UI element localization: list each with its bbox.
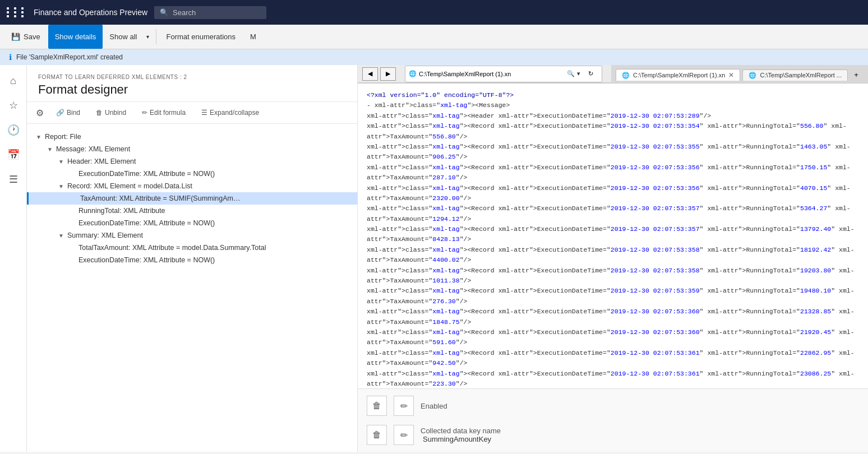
tree-item-report[interactable]: ▼Report: File bbox=[27, 131, 357, 143]
key-delete-button[interactable]: 🗑 bbox=[367, 425, 387, 445]
search-box[interactable]: 🔍 bbox=[154, 6, 266, 19]
tree-item-executionDateTime1[interactable]: ExecutionDateTime: XML Attribute = NOW() bbox=[27, 168, 357, 180]
back-button[interactable]: ◀ bbox=[362, 67, 378, 81]
notification-bar: ℹ File 'SampleXmlReport.xml' created bbox=[0, 49, 868, 65]
forward-button[interactable]: ▶ bbox=[380, 67, 396, 81]
search-icon: 🔍 bbox=[160, 8, 168, 16]
xml-line-2: xml-attr">class="xml-tag"><Record xml-at… bbox=[367, 121, 859, 142]
info-icon: ℹ bbox=[9, 53, 12, 62]
tab-1-close[interactable]: ✕ bbox=[728, 71, 734, 79]
toolbar: 💾 Save Show details Show all ▾ Format en… bbox=[0, 25, 868, 49]
new-tab-button[interactable]: + bbox=[850, 69, 862, 81]
tree-item-totalTaxAmount[interactable]: TotalTaxAmount: XML Attribute = model.Da… bbox=[27, 242, 357, 254]
edit-icon: ✏ bbox=[142, 109, 147, 117]
notification-message: File 'SampleXmlReport.xml' created bbox=[16, 53, 123, 61]
browser-tab-1[interactable]: 🌐 C:\Temp\SampleXmlReport (1).xn ✕ bbox=[616, 69, 740, 81]
unbind-button[interactable]: 🗑 Unbind bbox=[93, 106, 130, 119]
browser-chrome: ◀ ▶ 🌐 🔍 ▾ ↻ 🌐 C:\Temp\SampleXmlReport (1… bbox=[358, 65, 868, 84]
xml-line-10: xml-attr">class="xml-tag"><Record xml-at… bbox=[367, 286, 859, 307]
tab-2-label: C:\Temp\SampleXmlReport ... bbox=[760, 72, 842, 78]
xml-line-1: xml-attr">class="xml-tag"><Header xml-at… bbox=[367, 111, 859, 121]
app-bar: Finance and Operations Preview 🔍 bbox=[0, 0, 868, 25]
nav-calendar[interactable]: 📅 bbox=[2, 143, 25, 166]
tree-label: Message: XML Element bbox=[56, 145, 130, 153]
expand-collapse-button[interactable]: ☰ Expand/collapse bbox=[198, 106, 262, 119]
expand-icon: ☰ bbox=[201, 109, 207, 117]
search-input[interactable] bbox=[173, 8, 251, 17]
tree-item-header[interactable]: ▼Header: XML Element bbox=[27, 155, 357, 168]
save-button[interactable]: 💾 Save bbox=[4, 25, 47, 49]
tree-label: Record: XML Element = model.Data.List bbox=[67, 182, 192, 190]
tree-item-executionDateTime3[interactable]: ExecutionDateTime: XML Attribute = NOW() bbox=[27, 254, 357, 266]
designer-subtitle: FORMAT TO LEARN DEFERRED XML ELEMENTS : … bbox=[38, 74, 346, 80]
browser-controls: ◀ ▶ bbox=[362, 67, 396, 81]
bind-icon: 🔗 bbox=[56, 109, 64, 117]
edit-formula-button[interactable]: ✏ Edit formula bbox=[138, 106, 189, 119]
designer-title: Format designer bbox=[38, 82, 346, 97]
tree-item-taxAmount[interactable]: TaxAmount: XML Attribute = SUMIF(Summing… bbox=[27, 192, 357, 205]
toolbar-separator-1 bbox=[156, 29, 156, 44]
tree-label: ExecutionDateTime: XML Attribute = NOW() bbox=[79, 219, 215, 227]
xml-line-4: xml-attr">class="xml-tag"><Record xml-at… bbox=[367, 163, 859, 183]
xml-line-12: xml-attr">class="xml-tag"><Record xml-at… bbox=[367, 327, 859, 348]
address-bar-1[interactable]: 🌐 🔍 ▾ ↻ bbox=[405, 66, 602, 82]
enabled-row: 🗑 ✏ Enabled bbox=[367, 396, 859, 416]
collected-key-group: Collected data key name SummingAmountKey bbox=[421, 427, 501, 443]
show-all-arrow[interactable]: ▾ bbox=[143, 25, 153, 49]
browser-tab-2[interactable]: 🌐 C:\Temp\SampleXmlReport ... bbox=[742, 70, 848, 81]
xml-line-3: xml-attr">class="xml-tag"><Record xml-at… bbox=[367, 142, 859, 163]
tree-arrow: ▼ bbox=[58, 233, 67, 239]
search-icon-addr: 🔍 bbox=[567, 70, 575, 77]
designer-tree: ▼Report: File▼Message: XML Element▼Heade… bbox=[27, 124, 357, 452]
enabled-delete-button[interactable]: 🗑 bbox=[367, 396, 387, 416]
tab-1-label: C:\Temp\SampleXmlReport (1).xn bbox=[633, 72, 725, 78]
format-enumerations-button[interactable]: Format enumerations bbox=[160, 25, 243, 49]
enabled-edit-button[interactable]: ✏ bbox=[394, 396, 414, 416]
more-button[interactable]: M bbox=[243, 25, 263, 49]
nav-history[interactable]: 🕐 bbox=[2, 119, 25, 141]
browser-titlebar: ◀ ▶ 🌐 🔍 ▾ ↻ 🌐 C:\Temp\SampleXmlReport (1… bbox=[358, 65, 868, 83]
tree-arrow: ▼ bbox=[58, 159, 67, 165]
browser-tab-icons: + ⌂ ★ ⚙ 😊 — □ ✕ bbox=[850, 68, 868, 82]
designer-panel: FORMAT TO LEARN DEFERRED XML ELEMENTS : … bbox=[27, 65, 358, 452]
browser-icon-3: 🌐 bbox=[749, 72, 756, 79]
xml-line-14: xml-attr">class="xml-tag"><Record xml-at… bbox=[367, 369, 859, 388]
address-input-1[interactable] bbox=[419, 71, 565, 77]
tree-arrow: ▼ bbox=[36, 134, 45, 140]
show-all-dropdown[interactable]: Show all ▾ bbox=[104, 25, 152, 49]
dropdown-icon-addr: ▾ bbox=[577, 70, 580, 77]
designer-actions: ⚙ 🔗 Bind 🗑 Unbind ✏ Edit formula ☰ Expan… bbox=[27, 102, 357, 124]
browser-icon-2: 🌐 bbox=[622, 72, 630, 79]
tree-item-record[interactable]: ▼Record: XML Element = model.Data.List bbox=[27, 180, 357, 192]
nav-list[interactable]: ☰ bbox=[2, 168, 25, 191]
nav-home[interactable]: ⌂ bbox=[2, 70, 25, 92]
tree-label: TotalTaxAmount: XML Attribute = model.Da… bbox=[79, 244, 266, 252]
tree-label: ExecutionDateTime: XML Attribute = NOW() bbox=[79, 256, 215, 264]
xml-content: <?xml version="1.0" encoding="UTF-8"?>- … bbox=[358, 84, 868, 388]
tree-label: Report: File bbox=[45, 133, 81, 141]
tree-item-message[interactable]: ▼Message: XML Element bbox=[27, 143, 357, 155]
tree-label: Header: XML Element bbox=[67, 157, 136, 165]
nav-favorites[interactable]: ☆ bbox=[2, 94, 25, 117]
tree-label: ExecutionDateTime: XML Attribute = NOW() bbox=[79, 170, 215, 178]
refresh-button[interactable]: ↻ bbox=[583, 67, 598, 81]
apps-menu[interactable] bbox=[7, 7, 27, 17]
xml-line-6: xml-attr">class="xml-tag"><Record xml-at… bbox=[367, 203, 859, 224]
tree-arrow: ▼ bbox=[47, 146, 56, 152]
tree-item-runningTotal[interactable]: RunningTotal: XML Attribute bbox=[27, 205, 357, 217]
xml-line-5: xml-attr">class="xml-tag"><Record xml-at… bbox=[367, 183, 859, 204]
show-details-button[interactable]: Show details bbox=[48, 25, 103, 49]
xml-line-8: xml-attr">class="xml-tag"><Record xml-at… bbox=[367, 245, 859, 266]
home-button[interactable]: ⌂ bbox=[865, 69, 868, 81]
tree-label: Summary: XML Element bbox=[67, 231, 143, 239]
key-edit-button[interactable]: ✏ bbox=[394, 425, 414, 445]
tree-item-executionDateTime2[interactable]: ExecutionDateTime: XML Attribute = NOW() bbox=[27, 217, 357, 229]
app-title: Finance and Operations Preview bbox=[34, 8, 147, 17]
bind-button[interactable]: 🔗 Bind bbox=[53, 106, 84, 119]
xml-line-9: xml-attr">class="xml-tag"><Record xml-at… bbox=[367, 266, 859, 286]
unbind-icon: 🗑 bbox=[96, 109, 103, 117]
tree-item-summary[interactable]: ▼Summary: XML Element bbox=[27, 229, 357, 242]
xml-panel: ◀ ▶ 🌐 🔍 ▾ ↻ 🌐 C:\Temp\SampleXmlReport (1… bbox=[358, 65, 868, 452]
show-all-button[interactable]: Show all bbox=[104, 25, 142, 49]
xml-line-0: - xml-attr">class="xml-tag"><Message> bbox=[367, 100, 859, 110]
